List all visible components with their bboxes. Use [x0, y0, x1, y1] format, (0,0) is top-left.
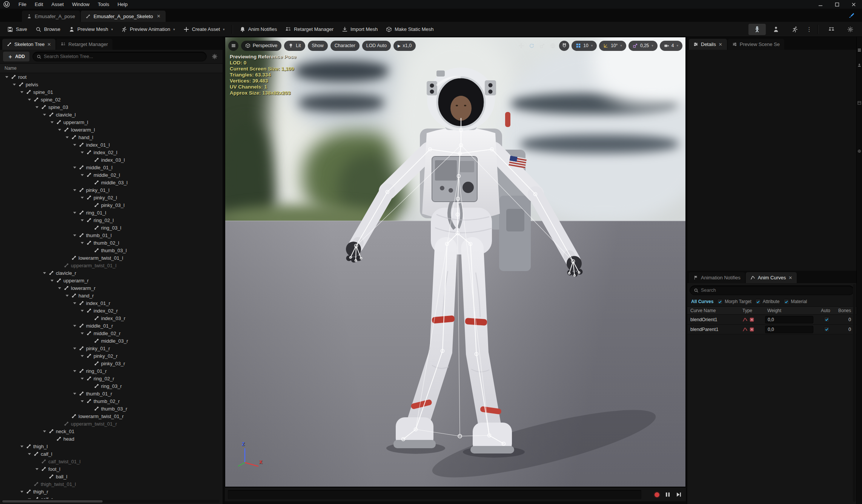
- skeleton-tree-row-thigh_r[interactable]: thigh_r: [0, 488, 223, 495]
- tab-animation-notifies[interactable]: Animation Notifies: [689, 272, 745, 283]
- scrollbar-thumb[interactable]: [2, 500, 103, 502]
- import-mesh-button[interactable]: Import Mesh: [338, 24, 382, 35]
- mode-animation-button[interactable]: [786, 24, 804, 35]
- expander-chevron-icon[interactable]: [80, 241, 85, 245]
- skeleton-tree-row-ring_01_r[interactable]: ring_01_r: [0, 367, 223, 375]
- expander-chevron-icon[interactable]: [57, 286, 62, 290]
- translate-tool-icon[interactable]: [517, 41, 525, 50]
- scale-snap-button[interactable]: 0,25▾: [628, 41, 658, 51]
- expander-chevron-icon[interactable]: [72, 301, 77, 305]
- skeleton-tree-row-spine_03[interactable]: spine_03: [0, 103, 223, 111]
- skeleton-tree-row-clavicle_r[interactable]: clavicle_r: [0, 269, 223, 277]
- show-menu-button[interactable]: Show: [308, 41, 328, 51]
- expander-chevron-icon[interactable]: [80, 354, 85, 358]
- playback-speed-button[interactable]: ▶ x1,0: [393, 41, 416, 51]
- maximize-button[interactable]: [829, 0, 845, 9]
- skeleton-tree-row-spine_01[interactable]: spine_01: [0, 88, 223, 96]
- expander-chevron-icon[interactable]: [65, 293, 69, 298]
- skeleton-tree-row-upperarm_twist_01_l[interactable]: upperarm_twist_01_l: [0, 262, 223, 269]
- drawer-tab-icon[interactable]: [857, 48, 861, 52]
- curve-row-blendParent1[interactable]: blendParent10: [687, 325, 856, 334]
- close-tab-icon[interactable]: ✕: [719, 42, 722, 47]
- more-options-button[interactable]: ⋮: [805, 26, 813, 33]
- skeleton-tree-row-calf_l[interactable]: calf_l: [0, 450, 223, 458]
- tab-preview-scene-settings[interactable]: Preview Scene Se: [728, 39, 784, 50]
- skeleton-tree-row-thigh_twist_01_l[interactable]: thigh_twist_01_l: [0, 480, 223, 488]
- skeleton-tree-row-neck_01[interactable]: neck_01: [0, 427, 223, 435]
- skeleton-tree-row-root[interactable]: root: [0, 73, 223, 81]
- skeleton-tree-row-lowerarm_twist_01_l[interactable]: lowerarm_twist_01_l: [0, 254, 223, 262]
- retarget-manager-button[interactable]: Retarget Manager: [281, 24, 338, 35]
- expander-chevron-icon[interactable]: [27, 97, 32, 102]
- expander-chevron-icon[interactable]: [65, 135, 69, 139]
- expander-chevron-icon[interactable]: [80, 173, 85, 177]
- surface-snap-button[interactable]: [559, 41, 569, 51]
- skeleton-tree-row-ring_03_l[interactable]: ring_03_l: [0, 224, 223, 231]
- expander-chevron-icon[interactable]: [80, 218, 85, 222]
- world-coordinate-icon[interactable]: [549, 41, 557, 50]
- vertical-scrollbar[interactable]: [853, 284, 856, 502]
- expander-chevron-icon[interactable]: [35, 105, 39, 109]
- skeleton-tree-row-upperarm_twist_01_r[interactable]: upperarm_twist_01_r: [0, 420, 223, 427]
- skeleton-tree-row-thumb_03_r[interactable]: thumb_03_r: [0, 405, 223, 412]
- skeleton-tree-row-index_02_r[interactable]: index_02_r: [0, 307, 223, 314]
- skeleton-tree-row-pinky_02_l[interactable]: pinky_02_l: [0, 194, 223, 201]
- menu-item-asset[interactable]: Asset: [47, 0, 68, 9]
- expander-chevron-icon[interactable]: [72, 323, 77, 328]
- character-menu-button[interactable]: Character: [330, 41, 360, 51]
- pause-button[interactable]: [665, 492, 670, 497]
- expander-chevron-icon[interactable]: [57, 127, 62, 132]
- skeleton-tree-row-index_02_l[interactable]: index_02_l: [0, 149, 223, 156]
- menu-item-help[interactable]: Help: [113, 0, 132, 9]
- skeleton-tree-row-thumb_01_r[interactable]: thumb_01_r: [0, 390, 223, 397]
- menu-item-edit[interactable]: Edit: [31, 0, 47, 9]
- browse-button[interactable]: Browse: [31, 24, 65, 35]
- filter-all-curves[interactable]: All Curves: [691, 299, 713, 304]
- skeleton-tree-row-lowerarm_l[interactable]: lowerarm_l: [0, 126, 223, 133]
- expander-chevron-icon[interactable]: [35, 467, 39, 471]
- expander-chevron-icon[interactable]: [80, 331, 85, 335]
- attribute-checkbox[interactable]: [755, 299, 761, 305]
- skeleton-tree-row-middle_03_r[interactable]: middle_03_r: [0, 337, 223, 345]
- skeleton-tree-row-pinky_01_l[interactable]: pinky_01_l: [0, 186, 223, 194]
- expander-chevron-icon[interactable]: [20, 90, 24, 94]
- skeleton-tree-row-lowerarm_twist_01_r[interactable]: lowerarm_twist_01_r: [0, 412, 223, 420]
- timeline-track[interactable]: [228, 490, 641, 499]
- skeleton-tree-row-ring_03_r[interactable]: ring_03_r: [0, 382, 223, 390]
- horizontal-scrollbar[interactable]: [2, 500, 220, 503]
- tab-skeleton-tree[interactable]: Skeleton Tree ✕: [2, 39, 55, 50]
- skeleton-tree-row-pelvis[interactable]: pelvis: [0, 81, 223, 88]
- skeleton-tree-row-upperarm_l[interactable]: upperarm_l: [0, 118, 223, 126]
- perspective-button[interactable]: Perspective: [241, 41, 281, 51]
- expander-chevron-icon[interactable]: [72, 369, 77, 373]
- close-tab-icon[interactable]: ✕: [788, 275, 792, 280]
- editor-settings-button[interactable]: [842, 24, 859, 35]
- grid-snap-button[interactable]: 10▾: [572, 41, 597, 51]
- expander-chevron-icon[interactable]: [72, 188, 77, 192]
- drawer-tab-icon[interactable]: [857, 149, 861, 153]
- skeleton-tree-row-middle_02_r[interactable]: middle_02_r: [0, 329, 223, 337]
- animation-timeline[interactable]: [225, 487, 686, 501]
- preview-animation-button[interactable]: Preview Animation▾: [117, 24, 179, 35]
- step-forward-button[interactable]: [676, 492, 681, 497]
- create-asset-button[interactable]: Create Asset▾: [179, 24, 229, 35]
- skeleton-tree-row-index_01_l[interactable]: index_01_l: [0, 141, 223, 149]
- record-button[interactable]: [655, 492, 659, 497]
- save-button[interactable]: Save: [3, 24, 31, 35]
- expander-chevron-icon[interactable]: [72, 165, 77, 170]
- expander-chevron-icon[interactable]: [12, 82, 17, 87]
- skeleton-tree-row-thumb_02_r[interactable]: thumb_02_r: [0, 397, 223, 405]
- expander-chevron-icon[interactable]: [50, 120, 54, 124]
- minimize-button[interactable]: [812, 0, 829, 9]
- skeleton-tree-row-thumb_02_l[interactable]: thumb_02_l: [0, 239, 223, 247]
- tab-details[interactable]: Details ✕: [689, 39, 727, 50]
- expander-chevron-icon[interactable]: [42, 271, 47, 275]
- mode-mesh-button[interactable]: [767, 24, 785, 35]
- retarget-sources-button[interactable]: [823, 24, 840, 35]
- expander-chevron-icon[interactable]: [80, 399, 85, 403]
- menu-item-window[interactable]: Window: [68, 0, 94, 9]
- skeleton-tree-row-pinky_01_r[interactable]: pinky_01_r: [0, 345, 223, 352]
- drawer-tab-icon[interactable]: [857, 63, 861, 67]
- preview-mesh-button[interactable]: Preview Mesh▾: [65, 24, 117, 35]
- viewport-menu-button[interactable]: [228, 41, 238, 51]
